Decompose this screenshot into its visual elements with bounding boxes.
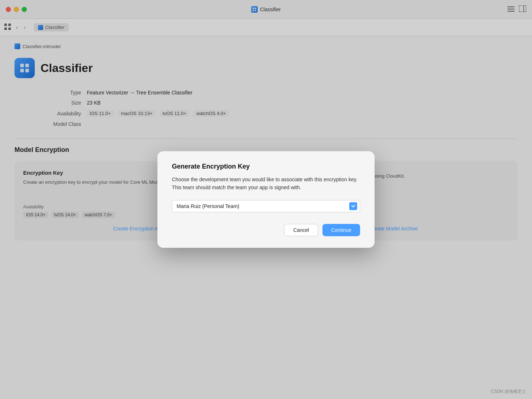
cancel-button[interactable]: Cancel xyxy=(284,224,318,236)
team-select[interactable]: Maria Ruiz (Personal Team) xyxy=(172,200,360,212)
modal-actions: Cancel Continue xyxy=(172,224,360,236)
continue-button[interactable]: Continue xyxy=(322,224,360,236)
modal-title: Generate Encryption Key xyxy=(172,163,360,170)
modal-description: Choose the development team you would li… xyxy=(172,175,360,192)
modal-overlay: Generate Encryption Key Choose the devel… xyxy=(0,0,532,399)
generate-encryption-key-modal: Generate Encryption Key Choose the devel… xyxy=(157,151,375,248)
team-select-wrapper: Maria Ruiz (Personal Team) xyxy=(172,200,360,212)
